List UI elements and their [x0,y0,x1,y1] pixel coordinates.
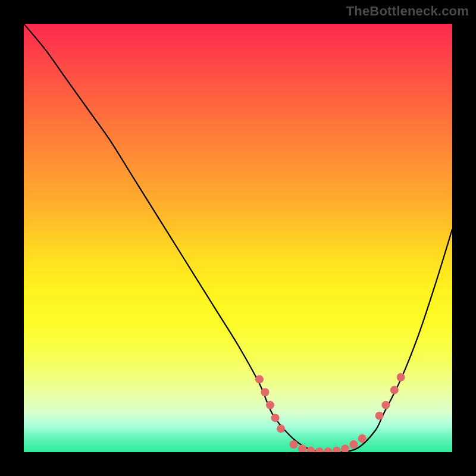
curve-marker [298,444,306,452]
curve-marker [349,440,358,449]
curve-marker [266,401,274,409]
chart-svg [24,24,452,452]
bottleneck-curve [24,24,452,452]
curve-marker [271,414,280,422]
curve-marker [255,375,264,384]
curve-marker [381,401,390,409]
curve-marker [358,434,367,443]
curve-marker [324,447,332,452]
curve-marker [277,424,285,433]
curve-marker [290,440,298,449]
curve-marker [390,386,399,394]
curve-marker [397,373,405,381]
watermark-text: TheBottleneck.com [346,4,469,19]
curve-markers [255,373,405,452]
curve-marker [341,444,349,452]
chart-container: TheBottleneck.com [0,0,476,476]
curve-marker [375,412,384,420]
curve-marker [261,388,269,396]
curve-marker [306,447,315,452]
curve-marker [315,447,324,452]
curve-marker [333,447,341,452]
